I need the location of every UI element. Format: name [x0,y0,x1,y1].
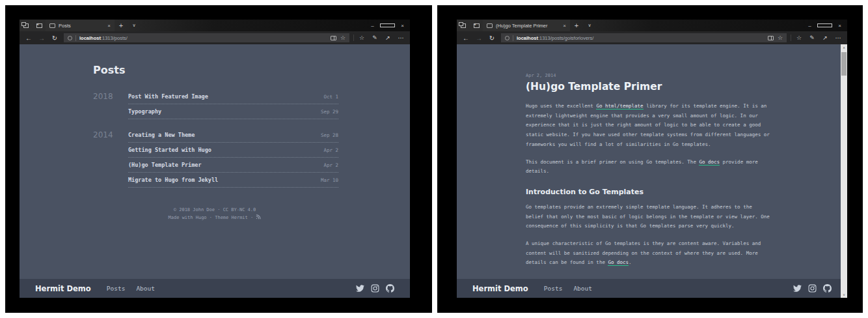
tabs-preview-icon[interactable] [33,20,46,31]
scrollbar-up-icon[interactable]: ∧ [841,44,847,51]
github-icon[interactable] [386,284,394,293]
site-info-icon[interactable] [68,36,72,40]
copyright: © 2018 John Doe · CC BY-NC 4.0 Made with… [20,206,410,222]
tab-title: (Hu)go Template Primer [496,23,560,29]
scrollbar-thumb[interactable] [841,52,847,76]
browser-tab[interactable]: Posts × [46,20,115,31]
new-tab-button[interactable]: + [570,20,583,31]
url-text[interactable]: localhost:1313/posts/ [79,35,328,41]
tab-close-icon[interactable]: × [107,23,111,29]
rss-icon[interactable] [256,214,261,220]
url-path: :1313/posts/goisforlovers/ [538,35,593,41]
post-row[interactable]: (Hu)go Template Primer Apr 2 [128,158,338,173]
copyright-line1: © 2018 John Doe · CC BY-NC 4.0 [20,206,410,214]
set-tabs-aside-icon[interactable] [457,20,470,31]
page-scrollbar[interactable]: ∧ ∨ [841,44,847,298]
favorites-hub-icon[interactable]: ☆ [793,35,806,41]
web-note-pen-icon[interactable]: ✎ [368,35,381,41]
close-button[interactable]: × [832,20,847,31]
post-row[interactable]: Creating a New Theme Sep 28 [128,128,338,143]
web-note-pen-icon[interactable]: ✎ [806,35,819,41]
twitter-icon[interactable] [793,284,802,293]
close-button[interactable]: × [395,20,410,31]
url-path: :1313/posts/ [101,35,128,41]
site-brand-link[interactable]: Hermit Demo [35,284,91,293]
post-row[interactable]: Typography Sep 29 [128,104,338,119]
window-controls: – × [802,20,847,31]
site-footer-nav: Hermit Demo Posts About [457,279,847,298]
footer-nav-posts[interactable]: Posts [107,285,126,292]
tab-favicon-icon [487,23,493,28]
forward-button[interactable]: → [35,35,48,42]
go-docs-link[interactable]: Go docs [699,159,720,166]
forward-button[interactable]: → [472,35,485,42]
instagram-icon[interactable] [808,284,817,293]
twitter-icon[interactable] [356,284,364,293]
toolbar-icons: ☆ ✎ ↗ ⋯ [353,35,407,41]
tabs-preview-icon[interactable] [470,20,483,31]
share-icon[interactable]: ↗ [381,35,394,41]
footer-nav-about[interactable]: About [136,285,155,292]
address-bar[interactable]: localhost:1313/posts/ ☆ [64,33,349,42]
toolbar: ← → ↻ localhost:1313/posts/ ☆ ☆ ✎ ↗ ⋯ [20,31,410,44]
post-group-2014: 2014 Creating a New Theme Sep 28 Getting… [93,128,338,188]
reading-view-icon[interactable] [768,36,774,40]
group-year: 2014 [93,128,128,188]
post-title-link[interactable]: (Hu)go Template Primer [128,162,202,168]
maximize-button[interactable] [380,20,395,31]
post-title-link[interactable]: Post With Featured Image [128,93,208,100]
tab-list-chevron-icon[interactable]: ∨ [583,20,596,31]
footer-nav-posts[interactable]: Posts [544,285,563,292]
address-bar[interactable]: localhost:1313/posts/goisforlovers/ ☆ [501,33,787,42]
share-icon[interactable]: ↗ [819,35,832,41]
tab-close-icon[interactable]: × [563,23,566,29]
refresh-button[interactable]: ↻ [48,35,61,42]
footer-nav-about[interactable]: About [573,285,592,292]
scrollbar-down-icon[interactable]: ∨ [841,291,847,298]
tab-favicon-icon [49,23,55,28]
minimize-button[interactable]: – [802,20,817,31]
back-button[interactable]: ← [22,35,35,42]
more-menu-icon[interactable]: ⋯ [832,35,845,41]
go-html-template-link[interactable]: Go html/template [596,103,643,109]
browser-window-article: (Hu)go Template Primer × + ∨ – × ← → ↻ [457,20,847,298]
toolbar: ← → ↻ localhost:1313/posts/goisforlovers… [457,31,847,44]
favorites-hub-icon[interactable]: ☆ [355,35,368,41]
back-button[interactable]: ← [459,35,472,42]
titlebar: (Hu)go Template Primer × + ∨ – × [457,20,847,31]
set-tabs-aside-icon[interactable] [20,20,33,31]
url-host: localhost [79,35,101,41]
go-docs-link[interactable]: Go docs [608,259,629,266]
post-date: Apr 2 [323,147,338,153]
tab-title: Posts [59,23,104,29]
url-text[interactable]: localhost:1313/posts/goisforlovers/ [517,35,765,41]
post-date: Oct 1 [323,94,338,100]
refresh-button[interactable]: ↻ [485,35,498,42]
browser-tab[interactable]: (Hu)go Template Primer × [483,20,570,31]
add-favorite-star-icon[interactable]: ☆ [778,35,783,41]
new-tab-button[interactable]: + [115,20,128,31]
paragraph-text: . [629,259,632,265]
left-screenshot-matte: Posts × + ∨ – × ← → ↻ local [5,5,432,313]
add-favorite-star-icon[interactable]: ☆ [340,35,346,41]
article-date: Apr 2, 2014 [526,73,771,78]
post-title-link[interactable]: Migrate to Hugo from Jekyll [128,177,218,183]
maximize-button[interactable] [817,20,832,31]
reading-view-icon[interactable] [331,36,336,40]
tab-list-chevron-icon[interactable]: ∨ [128,20,141,31]
post-date: Sep 29 [321,109,338,115]
post-row[interactable]: Migrate to Hugo from Jekyll Mar 10 [128,173,338,188]
instagram-icon[interactable] [371,284,379,293]
site-info-icon[interactable] [505,36,509,40]
post-title-link[interactable]: Creating a New Theme [128,132,195,138]
site-brand-link[interactable]: Hermit Demo [472,284,528,293]
post-row[interactable]: Getting Started with Hugo Apr 2 [128,143,338,158]
github-icon[interactable] [823,284,832,293]
post-title-link[interactable]: Typography [128,108,161,115]
minimize-button[interactable]: – [365,20,380,31]
post-title-link[interactable]: Getting Started with Hugo [128,147,211,153]
more-menu-icon[interactable]: ⋯ [394,35,407,41]
post-row[interactable]: Post With Featured Image Oct 1 [128,89,338,104]
article-paragraph: This document is a brief primer on using… [526,158,771,177]
browser-window-posts: Posts × + ∨ – × ← → ↻ local [20,20,410,298]
